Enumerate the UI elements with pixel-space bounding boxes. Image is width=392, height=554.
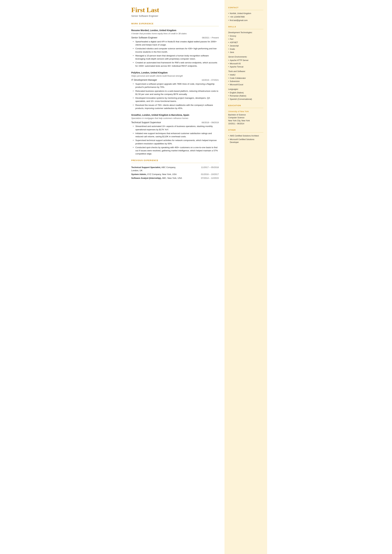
role-title-2: Technical Support Supervisor [131, 121, 161, 124]
skill-1-0: Apache HTTP Server [228, 59, 263, 62]
prev-exp-row-2: Software Analyst (Internship), ABC, New … [131, 176, 219, 180]
skill-0-4: Grails [228, 48, 263, 51]
previous-experience-section: PREVIOUS EXPERIENCE Technical Support Sp… [131, 159, 219, 180]
role-row-1: IT Development Manager 10/2019 – 07/2021 [131, 78, 219, 82]
skill-1-2: Apache Tomcat [228, 65, 263, 68]
contact-item-0: Norfolk, United Kingdom [228, 12, 263, 15]
skills-cat-3: Languages: [228, 88, 263, 91]
company-tagline-0: A lender that provides home equity lines… [131, 32, 219, 35]
job-block-0: Resume Worded, London, United Kingdom A … [131, 29, 219, 68]
bullet-1-0: Supervised a software project upgrade wi… [133, 83, 219, 89]
skills-list-2: IntelliJ Code Collaborator Subversion Mi… [228, 73, 263, 86]
resume-page: First Last Senior Software Engineer WORK… [125, 0, 267, 554]
contact-item-2: first.last@gmail.com [228, 19, 263, 22]
skills-cat-1: Server Environments: [228, 56, 263, 58]
skill-2-1: Code Collaborator [228, 77, 263, 80]
skill-0-3: Javascript [228, 44, 263, 47]
skill-1-1: Microsoft IIS [228, 62, 263, 65]
skill-2-3: Microsoft Excel [228, 83, 263, 86]
other-item-0: AWS Certified Solutions Architect [228, 134, 263, 137]
bullet-0-0: Spearheaded a digital card API in NodeJS… [133, 40, 219, 47]
other-title: OTHER [228, 129, 263, 131]
work-experience-title: WORK EXPERIENCE [131, 22, 219, 25]
bullet-1-1: Relocated business operations to a web-b… [133, 90, 219, 96]
work-experience-divider [131, 26, 219, 26]
right-column: CONTACT Norfolk, United Kingdom +44 1234… [224, 0, 267, 554]
contact-divider [228, 10, 263, 10]
role-dates-0: 08/2021 – Present [202, 36, 219, 39]
bullet-0-3: Created an automated test framework for … [133, 61, 219, 68]
edu-university-0: University of New York [228, 110, 263, 113]
edu-dates-0: 10/2011 - 06/2014 [228, 122, 263, 125]
prev-exp-dates-0: 11/2017 – 05/2018 [184, 166, 219, 173]
company-line-2: Growthsi, London, United Kingdom & Barce… [131, 113, 219, 117]
previous-experience-divider [131, 163, 219, 163]
skill-0-2: ASP.NET [228, 41, 263, 44]
previous-experience-title: PREVIOUS EXPERIENCE [131, 159, 219, 162]
skills-list-0: Groovy Perl ASP.NET Javascript Grails Ja… [228, 35, 263, 54]
prev-exp-role-0: Technical Support Specialist, ABC Compan… [131, 166, 184, 173]
edu-location-0: New York City, New York [228, 119, 263, 122]
other-section: OTHER AWS Certified Solutions Architect … [228, 129, 263, 144]
bullets-1: Supervised a software project upgrade wi… [131, 83, 219, 110]
skill-2-2: Subversion [228, 80, 263, 83]
bullet-2-0: Streamlined and automated 10+ aspects of… [133, 125, 219, 131]
prev-exp-row-1: System Admin, XYZ Company, New York, USA… [131, 172, 219, 176]
skill-2-0: IntelliJ [228, 73, 263, 77]
role-title-0: Senior Software Engineer [131, 36, 157, 40]
contact-list: Norfolk, United Kingdom +44 1234567890 f… [228, 12, 263, 22]
previous-experience-table: Technical Support Specialist, ABC Compan… [131, 166, 219, 180]
work-experience-section: WORK EXPERIENCE Resume Worded, London, U… [131, 22, 219, 155]
bullet-2-3: Conducted spot-checks by speaking with 4… [133, 146, 219, 155]
edu-field-0: Computer Science [228, 116, 263, 119]
skills-title: SKILLS [228, 25, 263, 28]
skill-3-2: Spanish (Conversational) [228, 98, 263, 101]
skills-cat-2: Tools and Software: [228, 70, 263, 73]
skill-0-5: Java [228, 51, 263, 54]
bullets-0: Spearheaded a digital card API in NodeJS… [131, 40, 219, 68]
prev-exp-role-2: Software Analyst (Internship), ABC, New … [131, 176, 184, 180]
prev-exp-row-0: Technical Support Specialist, ABC Compan… [131, 166, 219, 173]
skills-section: SKILLS Development Technologies: Groovy … [228, 25, 263, 101]
skills-cat-0: Development Technologies: [228, 31, 263, 34]
company-tagline-2: Specializes in mortgages that help custo… [131, 117, 219, 120]
prev-exp-role-1: System Admin, XYZ Company, New York, USA [131, 172, 184, 176]
skills-divider [228, 29, 263, 29]
bullet-0-1: Conducted robotics and computer science … [133, 47, 219, 54]
other-divider [228, 132, 263, 133]
company-tagline-1: Helps personal and wealth clients build … [131, 74, 219, 77]
skill-0-0: Groovy [228, 35, 263, 38]
company-name-2: Growthsi, [131, 114, 142, 116]
prev-exp-dates-1: 01/2016 – 10/2017 [184, 172, 219, 176]
company-line-1: Polyhire, London, United Kingdom [131, 71, 219, 74]
education-section: EDUCATION University of New York Bachelo… [228, 104, 263, 125]
other-item-1: Microsoft Certified Solutions Developer [228, 138, 263, 144]
skill-3-1: Romanian (Native) [228, 94, 263, 98]
company-rest-2: London, United Kingdom & Barcelona, Spai… [141, 114, 189, 116]
contact-section: CONTACT Norfolk, United Kingdom +44 1234… [228, 6, 263, 22]
skill-3-0: English (Native) [228, 91, 263, 94]
role-dates-1: 10/2019 – 07/2021 [202, 78, 219, 82]
role-dates-2: 06/2018 – 09/2019 [202, 121, 219, 124]
edu-block-0: University of New York Bachelor of Scien… [228, 110, 263, 125]
bullet-2-2: Supervised technical support activities … [133, 139, 219, 145]
job-block-2: Growthsi, London, United Kingdom & Barce… [131, 113, 219, 155]
edu-degree-0: Bachelor of Science [228, 113, 263, 116]
skills-list-1: Apache HTTP Server Microsoft IIS Apache … [228, 59, 263, 68]
other-list: AWS Certified Solutions Architect Micros… [228, 134, 263, 144]
company-line-0: Resume Worded, London, United Kingdom [131, 29, 219, 32]
bullet-1-2: Developed innovative systems by mentorin… [133, 97, 219, 103]
contact-item-1: +44 1234567890 [228, 15, 263, 19]
education-title: EDUCATION [228, 104, 263, 107]
company-rest-0: London, United Kingdom [149, 29, 176, 32]
skill-0-1: Perl [228, 38, 263, 41]
candidate-subtitle: Senior Software Engineer [131, 14, 219, 18]
candidate-name: First Last [131, 6, 219, 14]
left-column: First Last Senior Software Engineer WORK… [125, 0, 224, 554]
role-title-1: IT Development Manager [131, 78, 157, 82]
company-rest-1: London, United Kingdom [141, 71, 168, 74]
job-block-1: Polyhire, London, United Kingdom Helps p… [131, 71, 219, 110]
role-row-0: Senior Software Engineer 08/2021 – Prese… [131, 36, 219, 40]
prev-exp-dates-2: 07/2014 – 12/2015 [184, 176, 219, 180]
bullets-2: Streamlined and automated 10+ aspects of… [131, 125, 219, 155]
